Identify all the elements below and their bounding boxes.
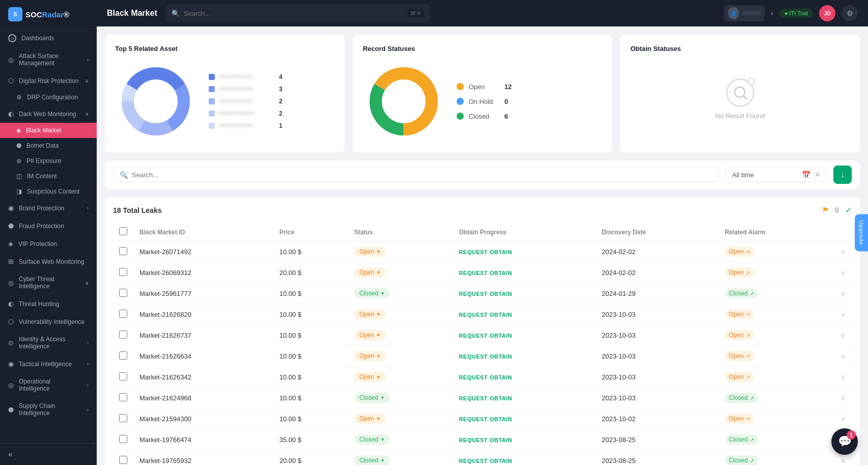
status-badge[interactable]: Closed ▼	[354, 434, 390, 445]
sidebar-label: DRP Configuration	[27, 94, 78, 101]
nav-icon1[interactable]: ›	[771, 9, 773, 17]
obtain-link[interactable]: REQUEST OBTAIN	[459, 416, 512, 422]
row-checkbox[interactable]	[119, 289, 127, 297]
upgrade-button[interactable]: Upgrade	[855, 214, 868, 251]
obtain-link[interactable]: REQUEST OBTAIN	[459, 353, 512, 360]
sidebar-item-tactical[interactable]: ◉ Tactical Intelligence ›	[0, 355, 97, 373]
status-badge[interactable]: Open ▼	[354, 309, 386, 319]
obtain-link[interactable]: REQUEST OBTAIN	[459, 270, 512, 276]
row-checkbox[interactable]	[119, 456, 127, 464]
sidebar-item-dashboards[interactable]: ⊙ Dashboards	[0, 29, 97, 47]
expand-row-button[interactable]: ∨	[841, 394, 846, 402]
status-badge[interactable]: Open ▼	[354, 351, 386, 361]
expand-row-button[interactable]: ∨	[841, 415, 846, 423]
expand-row-button[interactable]: ∨	[841, 456, 846, 464]
sidebar-item-drp-config[interactable]: ⚙ DRP Configuration	[0, 90, 97, 105]
row-checkbox[interactable]	[119, 351, 127, 360]
alarm-badge[interactable]: Open ↗	[725, 414, 754, 424]
obtain-link[interactable]: REQUEST OBTAIN	[459, 458, 512, 464]
status-badge[interactable]: Open ▼	[354, 372, 386, 382]
sidebar-item-supply-chain[interactable]: ⬢ Supply Chain Intelligence ›	[0, 397, 97, 422]
alarm-badge[interactable]: Closed ↗	[725, 393, 758, 403]
alarm-badge[interactable]: Open ↗	[725, 247, 754, 257]
search-input[interactable]	[184, 10, 404, 17]
row-checkbox[interactable]	[119, 310, 127, 318]
sidebar-item-fraud[interactable]: ⬟ Fraud Protection	[0, 217, 97, 235]
pause-icon-button[interactable]: ⏸	[833, 206, 841, 215]
expand-row-button[interactable]: ∨	[841, 310, 846, 318]
row-checkbox[interactable]	[119, 435, 127, 443]
sidebar-logo[interactable]: S SOCRadar®	[0, 0, 97, 29]
status-badge[interactable]: Open ▼	[354, 414, 386, 424]
col-alarm: Related Alarm	[719, 223, 835, 241]
row-checkbox[interactable]	[119, 331, 127, 339]
expand-row-button[interactable]: ∨	[841, 248, 846, 256]
select-all-checkbox[interactable]	[119, 227, 127, 235]
export-button[interactable]: ↓	[833, 166, 852, 184]
settings-button[interactable]: ⚙	[842, 5, 858, 21]
sidebar-item-identity[interactable]: ⊙ Identity & Access Intelligence ›	[0, 331, 97, 355]
status-badge[interactable]: Closed ▼	[354, 288, 390, 298]
alarm-badge[interactable]: Open ↗	[725, 309, 754, 319]
status-badge[interactable]: Closed ▼	[354, 455, 390, 465]
sidebar-item-attack-surface[interactable]: ◎ Attack Surface Management ›	[0, 47, 97, 72]
sidebar-label: Identity & Access Intelligence	[19, 336, 82, 350]
alarm-badge[interactable]: Closed ↗	[725, 288, 758, 298]
status-badge[interactable]: Open ▼	[354, 267, 386, 278]
sidebar-item-dark-web[interactable]: ◐ Dark Web Monitoring ∨	[0, 105, 97, 123]
alarm-badge[interactable]: Open ↗	[725, 372, 754, 382]
obtain-link[interactable]: REQUEST OBTAIN	[459, 249, 512, 255]
expand-row-button[interactable]: ∨	[841, 373, 846, 381]
alarm-badge[interactable]: Open ↗	[725, 330, 754, 340]
market-id: Market-26071492	[133, 241, 273, 262]
sidebar-item-surface-web[interactable]: ⊞ Surface Web Monitoring	[0, 253, 97, 270]
sidebar-item-operational[interactable]: ◎ Operational Intelligence ›	[0, 373, 97, 397]
chat-float-button[interactable]: 💬 1	[831, 428, 858, 455]
row-checkbox[interactable]	[119, 268, 127, 276]
sidebar-item-cyber-threat[interactable]: ◎ Cyber Threat Intelligence ∨	[0, 270, 97, 295]
filter-icon-button[interactable]: ⚑	[822, 205, 829, 215]
expand-row-button[interactable]: ∨	[841, 331, 846, 339]
status-badge[interactable]: Closed ▼	[354, 393, 390, 403]
expand-row-button[interactable]: ∨	[841, 352, 846, 360]
chevron-right-icon: ›	[87, 57, 89, 63]
sidebar-item-vip[interactable]: ◈ VIP Protection	[0, 235, 97, 253]
alarm-badge[interactable]: Open ↗	[725, 351, 754, 361]
record-statuses-title: Record Statuses	[363, 45, 602, 52]
expand-row-button[interactable]: ∨	[841, 268, 846, 277]
sidebar-item-botnet[interactable]: ⬢ Botnet Data	[0, 138, 97, 153]
obtain-link[interactable]: REQUEST OBTAIN	[459, 374, 512, 380]
check-icon-button[interactable]: ✓	[845, 205, 852, 215]
row-checkbox[interactable]	[119, 372, 127, 380]
obtain-link[interactable]: REQUEST OBTAIN	[459, 395, 512, 401]
sidebar-item-im-content[interactable]: ◫ IM Content	[0, 169, 97, 184]
chevron-down-icon: ∨	[85, 280, 89, 286]
obtain-link[interactable]: REQUEST OBTAIN	[459, 312, 512, 318]
status-badge[interactable]: Open ▼	[354, 247, 386, 257]
alarm-badge[interactable]: Open ↗	[725, 267, 754, 278]
sidebar-item-threat-hunting[interactable]: ◐ Threat Hunting	[0, 295, 97, 313]
clear-date-icon[interactable]: ✕	[815, 171, 821, 179]
alarm-badge[interactable]: Closed ↗	[725, 455, 758, 465]
row-checkbox[interactable]	[119, 247, 127, 255]
alarm-badge[interactable]: Closed ↗	[725, 434, 758, 445]
sidebar-item-black-market[interactable]: ◈ Black Market	[0, 123, 97, 138]
sidebar-item-digital-risk[interactable]: ⬡ Digital Risk Protection ∨	[0, 72, 97, 90]
sidebar-item-suspicious[interactable]: ◨ Suspicious Content	[0, 184, 97, 199]
row-checkbox[interactable]	[119, 393, 127, 401]
user-avatar[interactable]: JD	[819, 5, 835, 21]
sidebar-item-pii[interactable]: ⊕ PII Exposure	[0, 153, 97, 169]
sidebar-item-vulnerability[interactable]: ⬡ Vulnerability Intelligence	[0, 313, 97, 331]
status-badge[interactable]: Open ▼	[354, 330, 386, 340]
chevron-right-icon: ›	[87, 205, 89, 211]
sidebar-label: Dashboards	[21, 35, 54, 42]
obtain-link[interactable]: REQUEST OBTAIN	[459, 291, 512, 297]
sidebar-item-brand[interactable]: ◉ Brand Protection ›	[0, 199, 97, 217]
expand-row-button[interactable]: ∨	[841, 289, 846, 297]
filter-search-input[interactable]	[132, 171, 713, 179]
date-filter[interactable]: All time 📅 ✕	[725, 167, 827, 182]
obtain-link[interactable]: REQUEST OBTAIN	[459, 437, 512, 443]
row-checkbox[interactable]	[119, 414, 127, 422]
obtain-link[interactable]: REQUEST OBTAIN	[459, 333, 512, 339]
sidebar-collapse-button[interactable]: «	[8, 450, 13, 459]
